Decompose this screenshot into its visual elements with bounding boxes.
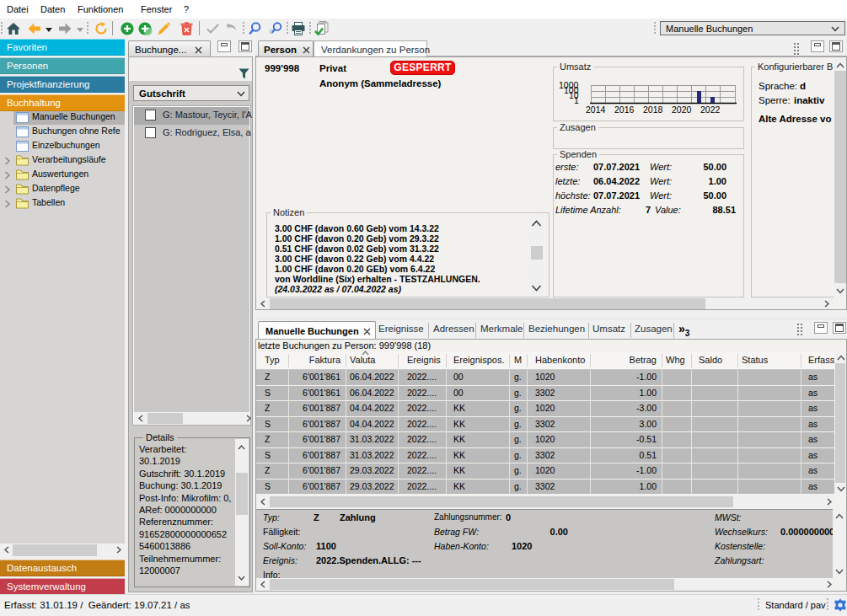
svg-text:2022: 2022 — [700, 104, 721, 115]
svg-text:c: c — [269, 27, 273, 35]
svg-text:2020: 2020 — [672, 104, 692, 115]
svg-text:1: 1 — [574, 95, 579, 105]
svg-text:2016: 2016 — [614, 104, 635, 115]
svg-text:2014: 2014 — [586, 104, 606, 115]
svg-text:2018: 2018 — [643, 104, 663, 115]
